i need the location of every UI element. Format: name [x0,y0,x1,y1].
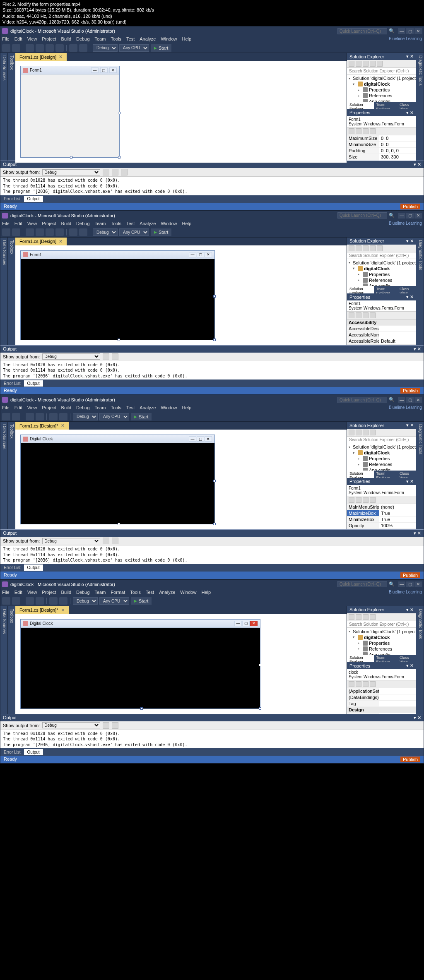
categorized-icon[interactable] [349,497,354,503]
menu-file[interactable]: File [2,36,10,42]
prop-category[interactable]: Appearance [347,344,416,345]
properties-icon[interactable] [377,61,383,67]
prop-row[interactable]: MinimumSize0, 0 [347,142,416,148]
quick-launch-input[interactable] [337,581,387,587]
menu-edit[interactable]: Edit [14,590,22,596]
menu-build[interactable]: Build [61,221,71,227]
output-text[interactable]: The thread 0x1028 has exited with code 0… [0,177,424,195]
menu-team[interactable]: Team [95,36,106,42]
clear-icon[interactable] [103,169,109,175]
menu-file[interactable]: File [2,405,10,411]
minimize-button[interactable]: — [398,28,405,34]
prop-category[interactable]: Design [347,707,416,713]
collapse-icon[interactable] [363,614,369,620]
goto-icon[interactable] [121,169,128,175]
search-icon[interactable]: 🔍 [389,28,395,34]
properties-grid[interactable]: MainMenuStrip(none)MaximizeBoxTrueMinimi… [347,504,416,530]
close-button[interactable]: ✕ [414,213,422,219]
side-tab-data-sources[interactable]: Data Sources [0,422,8,529]
output-text[interactable]: The thread 0x1028 has exited with code 0… [0,361,424,380]
minimize-button[interactable]: — [398,581,405,587]
form-designer[interactable]: Digital Clock—▢✕ [20,619,260,709]
nav-back-icon[interactable] [2,228,10,236]
solution-tree[interactable]: ▾Solution 'digitalClock' (1 project) ▾di… [347,443,416,471]
solution-tree[interactable]: ▾Solution 'digitalClock' (1 project) ▾di… [347,74,416,102]
properties-icon[interactable] [377,245,383,251]
props-icon[interactable] [363,128,369,134]
menu-window[interactable]: Window [161,405,177,411]
menu-tools[interactable]: Tools [111,36,121,42]
search-solution-input[interactable] [347,253,416,258]
menu-window[interactable]: Window [161,36,177,42]
events-icon[interactable] [370,681,376,687]
tab-output[interactable]: Output [24,380,43,387]
categorized-icon[interactable] [349,312,354,318]
form-designer[interactable]: Digital Clock—▢✕ [20,435,215,524]
properties-selector[interactable]: Form1 System.Windows.Forms.Form [347,300,416,312]
solution-tree[interactable]: ▾Solution 'digitalClock' (1 project) ▾di… [347,628,416,655]
tab-solution-explorer[interactable]: Solution Explorer [347,471,374,478]
output-text[interactable]: The thread 0x1028 has exited with code 0… [0,730,424,749]
wrap-icon[interactable] [112,538,118,544]
side-tab-toolbox[interactable]: Toolbox [8,53,15,161]
design-surface[interactable]: Form1 —▢✕ [15,245,347,345]
maximize-button[interactable]: ▢ [406,28,414,34]
start-button[interactable]: Start [151,44,171,52]
close-tab-icon[interactable]: ✕ [61,423,65,428]
properties-selector[interactable]: Form1 System.Windows.Forms.Form [347,485,416,496]
output-source-dropdown[interactable]: Debug [42,538,100,544]
tab-output[interactable]: Output [24,749,43,755]
platform-dropdown[interactable]: Any CPU [119,44,149,52]
menu-tools[interactable]: Tools [111,221,121,227]
prop-row[interactable]: (DataBindings) [347,694,416,701]
save-icon[interactable] [26,413,34,420]
refresh-icon[interactable] [356,245,361,251]
nav-fwd-icon[interactable] [12,44,20,52]
prop-row[interactable]: MaximizeBoxTrue [347,510,416,516]
close-tab-icon[interactable]: ✕ [59,239,63,244]
document-tab[interactable]: Form1.cs [Design]*✕ [15,422,69,430]
menu-project[interactable]: Project [42,405,56,411]
side-tab-toolbox[interactable]: Toolbox [8,238,15,345]
menu-debug[interactable]: Debug [76,221,89,227]
menu-view[interactable]: View [27,405,37,411]
menu-test[interactable]: Test [126,221,135,227]
prop-row[interactable]: Tag [347,701,416,707]
show-all-icon[interactable] [370,614,376,620]
refresh-icon[interactable] [356,61,361,67]
prop-row[interactable]: MainMenuStrip(none) [347,504,416,510]
prop-row[interactable]: MinimizeBoxTrue [347,516,416,523]
events-icon[interactable] [370,312,376,318]
wrap-icon[interactable] [112,722,118,729]
home-icon[interactable] [349,61,354,67]
refresh-icon[interactable] [356,614,361,620]
events-icon[interactable] [370,497,376,503]
tab-solution-explorer[interactable]: Solution Explorer [347,286,374,293]
prop-row[interactable]: AccessibleName [347,332,416,338]
nav-back-icon[interactable] [2,597,10,605]
save-icon[interactable] [46,228,54,236]
clear-icon[interactable] [103,722,109,729]
maximize-button[interactable]: ▢ [406,213,414,219]
menu-analyze[interactable]: Analyze [140,405,156,411]
save-all-icon[interactable] [36,413,44,420]
prop-row[interactable]: Size300, 300 [347,154,416,160]
prop-row[interactable]: AccessibleDescription [347,326,416,332]
tab-team-explorer[interactable]: Team Explorer [374,102,397,109]
quick-launch-input[interactable] [337,397,387,403]
menu-project[interactable]: Project [42,221,56,227]
menu-test[interactable]: Test [146,590,154,596]
menu-help[interactable]: Help [201,590,211,596]
publish-button[interactable]: Publish [400,757,420,762]
menu-file[interactable]: File [2,221,10,227]
design-surface[interactable]: Form1 — ▢ ✕ [15,61,347,163]
menu-edit[interactable]: Edit [14,405,22,411]
search-solution-input[interactable] [347,437,416,442]
menu-build[interactable]: Build [61,36,71,42]
config-dropdown[interactable]: Debug [73,597,98,605]
menu-format[interactable]: Format [111,590,125,596]
design-surface[interactable]: Digital Clock—▢✕ [15,430,347,529]
close-tab-icon[interactable]: ✕ [59,54,63,60]
categorized-icon[interactable] [349,681,354,687]
tab-class-view[interactable]: Class View [397,655,416,662]
